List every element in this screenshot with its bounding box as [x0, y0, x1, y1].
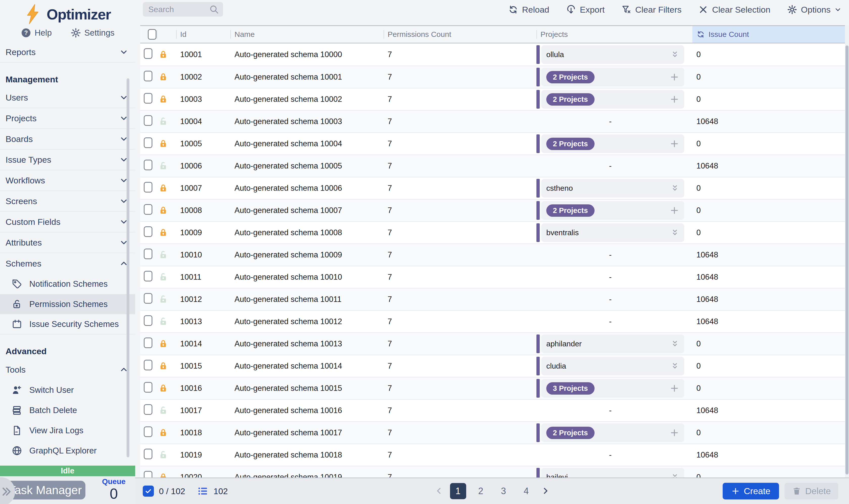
sidebar-item-issue-security-schemes[interactable]: Issue Security Schemes	[0, 314, 135, 335]
select-all-checkbox[interactable]	[148, 29, 157, 40]
page-1-button[interactable]: 1	[450, 483, 466, 499]
projects-count-badge[interactable]: 2 Projects	[546, 427, 595, 439]
projects-count-badge[interactable]: 2 Projects	[546, 71, 595, 83]
header-projects[interactable]: Projects	[537, 26, 692, 43]
page-2-button[interactable]: 2	[473, 483, 489, 499]
sidebar-item-view-jira-logs[interactable]: View Jira Logs	[0, 420, 135, 440]
sidebar-item-schemes[interactable]: Schemes	[0, 253, 135, 274]
row-checkbox[interactable]	[144, 48, 152, 59]
projects-dropdown[interactable]: cstheno	[537, 179, 684, 198]
row-checkbox[interactable]	[144, 315, 152, 326]
add-project-icon[interactable]	[670, 383, 679, 393]
row-checkbox[interactable]	[144, 115, 152, 126]
previous-page-button[interactable]	[435, 487, 444, 496]
table-row[interactable]: 10003 Auto-generated schema 10002 7 2 Pr…	[140, 88, 845, 110]
projects-dropdown[interactable]: baileyi	[537, 468, 684, 478]
next-page-button[interactable]	[541, 487, 549, 496]
row-checkbox[interactable]	[144, 249, 152, 259]
search-box[interactable]	[143, 2, 223, 17]
table-row[interactable]: 10020 Auto-generated schema 10019 7 bail…	[140, 466, 845, 478]
create-button[interactable]: Create	[723, 483, 779, 500]
sidebar-item-tools[interactable]: Tools	[0, 359, 135, 380]
sidebar-item-reports[interactable]: Reports	[0, 42, 135, 62]
table-row[interactable]: 10016 Auto-generated schema 10015 7 3 Pr…	[140, 377, 845, 399]
sidebar-item-permission-schemes[interactable]: Permission Schemes	[0, 294, 135, 314]
options-button[interactable]: Options	[787, 4, 842, 15]
table-row[interactable]: 10008 Auto-generated schema 10007 7 2 Pr…	[140, 199, 845, 221]
sidebar-scrollbar[interactable]	[127, 78, 129, 457]
table-row[interactable]: 10015 Auto-generated schema 10014 7 clud…	[140, 355, 845, 377]
sidebar-item-graphql-explorer[interactable]: GraphQL Explorer	[0, 440, 135, 461]
add-project-icon[interactable]	[670, 72, 679, 82]
table-row[interactable]: 10014 Auto-generated schema 10013 7 aphi…	[140, 332, 845, 355]
table-row[interactable]: 10011 Auto-generated schema 10010 7 - 10…	[140, 266, 845, 288]
projects-count-badge[interactable]: 2 Projects	[546, 204, 595, 217]
sidebar-item-boards[interactable]: Boards	[0, 129, 135, 149]
task-manager-button[interactable]: Task Manager	[5, 481, 85, 500]
row-checkbox[interactable]	[144, 204, 152, 215]
reload-button[interactable]: Reload	[508, 4, 549, 15]
add-project-icon[interactable]	[670, 206, 679, 215]
projects-count-badge[interactable]: 3 Projects	[546, 382, 595, 395]
header-id[interactable]: Id	[176, 26, 231, 43]
header-name[interactable]: Name	[231, 26, 383, 43]
table-row[interactable]: 10002 Auto-generated schema 10001 7 2 Pr…	[140, 66, 845, 88]
table-row[interactable]: 10010 Auto-generated schema 10009 7 - 10…	[140, 244, 845, 266]
page-4-button[interactable]: 4	[518, 483, 535, 499]
add-project-icon[interactable]	[670, 139, 679, 148]
table-row[interactable]: 10005 Auto-generated schema 10004 7 2 Pr…	[140, 132, 845, 155]
row-checkbox[interactable]	[144, 427, 152, 437]
clear-selection-button[interactable]: Clear Selection	[698, 4, 771, 15]
clear-filters-button[interactable]: Clear Filters	[621, 4, 682, 15]
sidebar-item-issue-types[interactable]: Issue Types	[0, 149, 135, 170]
row-checkbox[interactable]	[144, 138, 152, 148]
sidebar-item-batch-delete[interactable]: Batch Delete	[0, 400, 135, 420]
sidebar-item-workflows[interactable]: Workflows	[0, 170, 135, 191]
table-row[interactable]: 10001 Auto-generated schema 10000 7 ollu…	[140, 43, 845, 66]
sidebar-item-notification-schemes[interactable]: Notification Schemes	[0, 274, 135, 294]
settings-button[interactable]: Settings	[71, 28, 114, 38]
selected-checkbox-icon[interactable]	[143, 486, 154, 497]
sidebar-item-screens[interactable]: Screens	[0, 191, 135, 212]
row-checkbox[interactable]	[144, 338, 152, 348]
row-checkbox[interactable]	[144, 382, 152, 393]
row-checkbox[interactable]	[144, 471, 152, 478]
table-row[interactable]: 10006 Auto-generated schema 10005 7 - 10…	[140, 155, 845, 177]
row-checkbox[interactable]	[144, 160, 152, 170]
table-row[interactable]: 10009 Auto-generated schema 10008 7 bven…	[140, 221, 845, 244]
table-row[interactable]: 10013 Auto-generated schema 10012 7 - 10…	[140, 310, 845, 332]
search-input[interactable]	[143, 5, 209, 14]
row-checkbox[interactable]	[144, 93, 152, 104]
table-row[interactable]: 10018 Auto-generated schema 10017 7 2 Pr…	[140, 421, 845, 444]
page-3-button[interactable]: 3	[495, 483, 512, 499]
table-row[interactable]: 10017 Auto-generated schema 10016 7 - 10…	[140, 399, 845, 421]
row-checkbox[interactable]	[144, 293, 152, 304]
table-scrollbar-thumb[interactable]	[846, 46, 849, 474]
add-project-icon[interactable]	[670, 94, 679, 104]
header-issue-count[interactable]: Issue Count	[692, 26, 845, 43]
table-row[interactable]: 10019 Auto-generated schema 10018 7 - 10…	[140, 444, 845, 466]
row-checkbox[interactable]	[144, 271, 152, 282]
row-checkbox[interactable]	[144, 182, 152, 193]
row-checkbox[interactable]	[144, 449, 152, 459]
projects-count-badge[interactable]: 2 Projects	[546, 138, 595, 150]
row-checkbox[interactable]	[144, 360, 152, 370]
row-checkbox[interactable]	[144, 226, 152, 237]
table-row[interactable]: 10004 Auto-generated schema 10003 7 - 10…	[140, 110, 845, 132]
projects-dropdown[interactable]: aphilander	[537, 335, 684, 353]
sidebar-item-users[interactable]: Users	[0, 87, 135, 108]
sidebar-item-attributes[interactable]: Attributes	[0, 232, 135, 253]
sidebar-item-projects[interactable]: Projects	[0, 108, 135, 129]
row-checkbox[interactable]	[144, 71, 152, 82]
table-row[interactable]: 10012 Auto-generated schema 10011 7 - 10…	[140, 288, 845, 310]
sidebar-item-switch-user[interactable]: Switch User	[0, 380, 135, 400]
projects-dropdown[interactable]: ollula	[537, 45, 684, 64]
table-scrollbar[interactable]	[845, 25, 849, 478]
table-row[interactable]: 10007 Auto-generated schema 10006 7 csth…	[140, 177, 845, 199]
add-project-icon[interactable]	[670, 428, 679, 437]
row-checkbox[interactable]	[144, 404, 152, 415]
projects-dropdown[interactable]: bventralis	[537, 223, 684, 242]
header-permissions-count[interactable]: Permissions Count	[383, 26, 537, 43]
projects-dropdown[interactable]: cludia	[537, 357, 684, 375]
help-button[interactable]: ? Help	[21, 28, 52, 38]
